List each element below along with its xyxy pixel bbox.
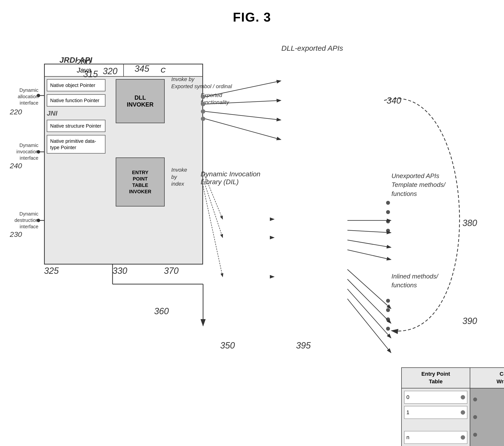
dll-apis-title: DLL-exported APIs bbox=[281, 44, 343, 52]
unexported-title: Unexported APIs Template methods/ functi… bbox=[392, 172, 445, 198]
ref-240: 240 bbox=[10, 162, 22, 170]
ref-320: 320 bbox=[103, 66, 117, 77]
cstyle-dot-row bbox=[470, 432, 504, 438]
inlined-title: Inlined methods/ functions bbox=[392, 272, 438, 290]
cstyle-body bbox=[470, 388, 504, 446]
ref-390: 390 bbox=[462, 316, 477, 326]
svg-line-18 bbox=[203, 186, 223, 277]
native-structure-pointer-box: Native structure Pointer bbox=[47, 120, 106, 132]
dll-invoker-label: DLL INVOKER bbox=[127, 94, 153, 108]
entry-invoker-box: ENTRY POINT TABLE INVOKER bbox=[116, 157, 165, 207]
inlined-dots bbox=[386, 299, 390, 331]
svg-line-24 bbox=[347, 240, 391, 247]
svg-line-28 bbox=[347, 289, 391, 338]
entry-row-n: n bbox=[404, 431, 467, 444]
native-object-pointer-box: Native object Pointer bbox=[47, 79, 106, 91]
svg-line-23 bbox=[347, 230, 391, 233]
invoke-by-label: Invoke by Exported symbol / ordinal bbox=[171, 76, 232, 90]
dil-title: Dynamic Invocation Library (DIL) bbox=[201, 170, 260, 186]
java-c-header: Java C bbox=[45, 64, 202, 77]
dil-columns: Entry Point Table 0 1 n bbox=[402, 368, 504, 446]
dll-invoker-box: DLL INVOKER bbox=[116, 79, 165, 123]
cstyle-dot-row bbox=[470, 397, 504, 402]
cstyle-header: C-Style Wrappers bbox=[470, 368, 504, 388]
entry-row-dot-1 bbox=[461, 410, 465, 415]
dil-outer-box: Entry Point Table 0 1 n bbox=[401, 367, 504, 446]
svg-line-27 bbox=[347, 279, 391, 323]
ref-380: 380 bbox=[462, 218, 477, 228]
entry-row-1: 1 bbox=[404, 406, 467, 419]
jrdi-api-box: JRDI API Java C Native object Pointer Na… bbox=[44, 64, 203, 265]
ref-220: 220 bbox=[10, 108, 22, 116]
native-function-pointer-box: Native function Pointer bbox=[47, 94, 106, 107]
native-primitive-pointer-box: Native primitive data-type Pointer bbox=[47, 135, 106, 154]
ref-370: 370 bbox=[164, 266, 179, 276]
svg-line-25 bbox=[347, 250, 391, 260]
dynamic-destruction-label: Dynamic destruction interface bbox=[0, 211, 38, 230]
cstyle-dot-row bbox=[470, 414, 504, 420]
cstyle-col: C-Style Wrappers bbox=[470, 368, 504, 446]
entry-row-dot-n bbox=[461, 435, 465, 440]
dynamic-invocation-label: Dynamic invocation interface bbox=[0, 142, 38, 161]
dynamic-allocation-label: Dynamic allocation interface bbox=[0, 87, 38, 106]
jrdi-label: JRDI API bbox=[59, 56, 92, 65]
ref-325: 325 bbox=[44, 266, 59, 276]
ref-330: 330 bbox=[112, 266, 127, 276]
ref-350: 350 bbox=[220, 340, 235, 351]
unexported-dots bbox=[386, 201, 390, 233]
figure-title: FIG. 3 bbox=[0, 0, 504, 24]
invoke-by-index-label: Invoke by index bbox=[171, 167, 187, 188]
exported-func-label: Exported functionality bbox=[201, 92, 229, 106]
ref-360: 360 bbox=[154, 306, 169, 316]
svg-line-15 bbox=[205, 119, 281, 140]
ref-315: 315 bbox=[83, 69, 98, 79]
svg-line-13 bbox=[205, 112, 281, 120]
entry-row-dot-0 bbox=[461, 395, 465, 399]
pointer-boxes: Native object Pointer Native function Po… bbox=[47, 79, 106, 156]
ref-340: 340 bbox=[387, 96, 401, 106]
entry-row-0: 0 bbox=[404, 391, 467, 404]
entry-rows: 0 1 n bbox=[402, 388, 470, 446]
jni-label: JNI bbox=[47, 110, 106, 117]
entry-invoker-label: ENTRY POINT TABLE INVOKER bbox=[129, 169, 151, 195]
ref-345: 345 bbox=[135, 64, 149, 74]
svg-line-29 bbox=[347, 299, 391, 353]
ref-230: 230 bbox=[10, 230, 22, 239]
svg-line-26 bbox=[347, 270, 391, 309]
entry-point-header: Entry Point Table bbox=[402, 368, 470, 388]
entry-point-col: Entry Point Table 0 1 n bbox=[402, 368, 470, 446]
ref-395: 395 bbox=[296, 340, 311, 351]
svg-line-17 bbox=[203, 179, 223, 238]
